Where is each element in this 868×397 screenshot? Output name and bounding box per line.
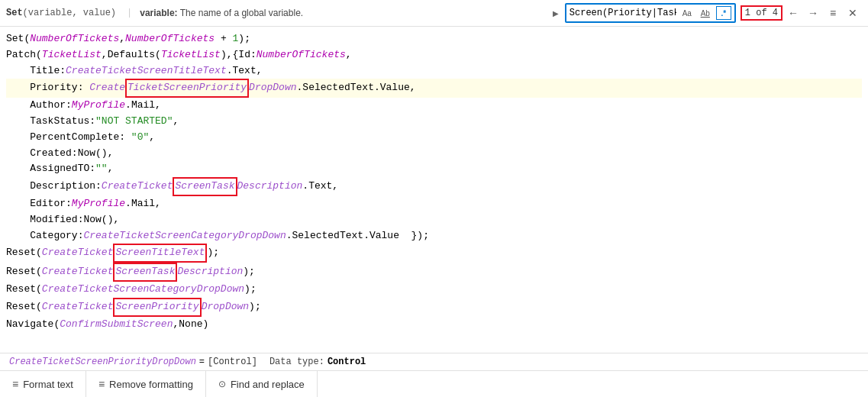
status-control-label: Control <box>213 357 251 367</box>
header-desc-bold: variable: <box>140 8 177 18</box>
token-numberoftickets-2: NumberOfTickets <box>125 31 215 47</box>
code-editor[interactable]: Set(NumberOfTickets,NumberOfTickets + 1)… <box>0 27 868 353</box>
regex-button[interactable]: .* <box>716 6 731 20</box>
status-control-name: CreateTicketScreenPriorityDropDown <box>9 357 196 367</box>
code-line-8: Created:Now(), <box>6 146 862 162</box>
token-set-fn: Set <box>6 31 24 47</box>
header-bar: Set(variable, value) | variable: The nam… <box>0 0 868 27</box>
format-text-label: Format text <box>23 379 73 390</box>
status-bracket-open: [ <box>208 357 213 367</box>
code-line-6: TaskStatus:"NOT STARTED", <box>6 114 862 130</box>
search-expand-button[interactable]: ▶ <box>548 5 563 21</box>
header-description: variable: The name of a global variable. <box>140 8 303 18</box>
search-bar: ▶ Aa Ab .* 1 of 4 ← → ≡ ✕ <box>548 3 862 23</box>
status-bar: CreateTicketScreenPriorityDropDown = [ C… <box>0 353 868 370</box>
code-line-3: Title:CreateTicketScreenTitleText.Text, <box>6 63 862 79</box>
code-line-7: PercentComplete: "0", <box>6 130 862 146</box>
code-line-11: Editor:MyProfile.Mail, <box>6 196 862 212</box>
code-line-16: Reset(CreateTicketScreenCategoryDropDown… <box>6 282 862 298</box>
next-match-button[interactable]: → <box>804 4 822 22</box>
whole-word-button[interactable]: Ab <box>698 6 713 20</box>
status-equals: = <box>199 357 205 367</box>
code-line-12: Modified:Now(), <box>6 212 862 228</box>
set-signature: Set(variable, value) <box>6 8 116 18</box>
status-bracket-close: ] <box>252 357 257 367</box>
format-text-button[interactable]: ≡ Format text <box>0 371 86 397</box>
code-line-13: Category:CreateTicketScreenCategoryDropD… <box>6 228 862 244</box>
remove-formatting-icon: ≡ <box>98 378 105 390</box>
match-list-button[interactable]: ≡ <box>824 4 842 22</box>
bottom-toolbar: ≡ Format text ≡ Remove formatting ⊙ Find… <box>0 370 868 397</box>
find-replace-button[interactable]: ⊙ Find and replace <box>206 371 318 397</box>
find-replace-icon: ⊙ <box>218 379 226 389</box>
token-priority-dropdown: Create <box>89 80 125 96</box>
format-text-icon: ≡ <box>12 378 18 390</box>
remove-formatting-label: Remove formatting <box>109 379 193 390</box>
code-line-14: Reset(CreateTicketScreenTitleText); <box>6 244 862 263</box>
match-case-button[interactable]: Aa <box>679 6 695 20</box>
code-line-5: Author:MyProfile.Mail, <box>6 98 862 114</box>
header-desc-text: The name of a global variable. <box>178 8 304 18</box>
code-line-9: AssignedTO:"", <box>6 161 862 177</box>
close-search-button[interactable]: ✕ <box>844 4 862 22</box>
whole-word-label: Ab <box>701 9 710 18</box>
search-input[interactable] <box>570 8 676 18</box>
set-params: (variable, value) <box>23 8 116 18</box>
set-keyword: Set <box>6 8 23 18</box>
code-line-10: Description:CreateTicketScreenTaskDescri… <box>6 177 862 196</box>
find-replace-label: Find and replace <box>231 379 305 390</box>
code-line-15: Reset(CreateTicketScreenTaskDescription)… <box>6 263 862 282</box>
code-line-18: Navigate(ConfirmSubmitScreen,None) <box>6 317 862 333</box>
code-line-4: Priority: CreateTicketScreenPriorityDrop… <box>6 79 862 98</box>
code-line-17: Reset(CreateTicketScreenPriorityDropDown… <box>6 298 862 317</box>
token-numberoftickets-1: NumberOfTickets <box>30 31 119 47</box>
remove-formatting-button[interactable]: ≡ Remove formatting <box>86 371 206 397</box>
regex-label: .* <box>721 9 726 18</box>
search-input-container: Aa Ab .* <box>565 3 736 23</box>
status-datatype-label: Data type: <box>269 357 324 367</box>
status-datatype-value: Control <box>328 357 366 367</box>
match-case-label: Aa <box>682 9 692 18</box>
code-line-1: Set(NumberOfTickets,NumberOfTickets + 1)… <box>6 31 862 47</box>
search-count: 1 of 4 <box>741 5 782 21</box>
prev-match-button[interactable]: ← <box>784 4 802 22</box>
header-divider: | <box>127 8 132 18</box>
code-line-2: Patch(TicketList,Defaults(TicketList),{I… <box>6 47 862 63</box>
